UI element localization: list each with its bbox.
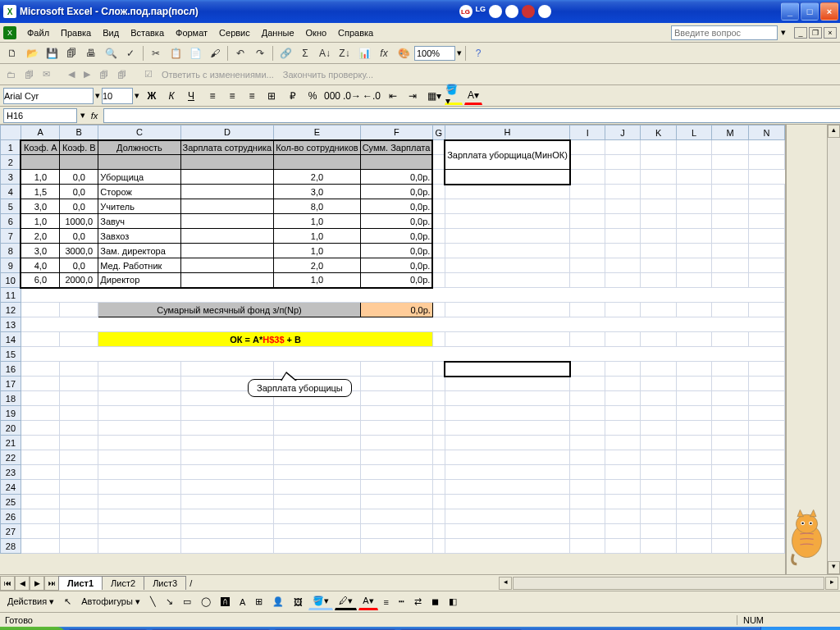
preview-button[interactable]: 🔍 bbox=[102, 44, 120, 62]
row-19[interactable]: 19 bbox=[1, 406, 21, 421]
menu-format[interactable]: Формат bbox=[170, 25, 213, 40]
row-24[interactable]: 24 bbox=[1, 480, 21, 495]
tab-nav-first[interactable]: ⏮ bbox=[0, 576, 15, 591]
wordart-button[interactable]: A bbox=[235, 595, 249, 609]
chart-button[interactable]: 📊 bbox=[355, 44, 373, 62]
col-E[interactable]: E bbox=[274, 126, 360, 140]
window-close-button[interactable]: × bbox=[820, 2, 838, 21]
row-15[interactable]: 15 bbox=[1, 347, 21, 362]
menu-help[interactable]: Справка bbox=[332, 25, 379, 40]
align-center-button[interactable]: ≡ bbox=[223, 87, 241, 105]
zoom-combo[interactable] bbox=[414, 46, 455, 61]
dec-indent-button[interactable]: ⇤ bbox=[384, 87, 402, 105]
dash-style-button[interactable]: ┅ bbox=[395, 594, 409, 609]
comment-callout[interactable]: Зарплата уборщицы bbox=[248, 379, 352, 397]
vscroll-track[interactable] bbox=[828, 138, 840, 561]
comma-button[interactable]: 000 bbox=[323, 87, 341, 105]
fill-color-draw[interactable]: 🪣▾ bbox=[308, 593, 333, 610]
row-13[interactable]: 13 bbox=[1, 317, 21, 332]
menu-tools[interactable]: Сервис bbox=[213, 25, 256, 40]
row-10[interactable]: 10 bbox=[1, 273, 21, 288]
ask-question-input[interactable] bbox=[671, 25, 778, 40]
textbox-button[interactable]: 🅰 bbox=[217, 595, 234, 609]
row-23[interactable]: 23 bbox=[1, 465, 21, 480]
doc-minimize-button[interactable]: _ bbox=[794, 27, 807, 39]
row-6[interactable]: 6 bbox=[1, 214, 21, 229]
spreadsheet-grid[interactable]: A B C D E F G H I J K L M N 1 Коэф. А Ко… bbox=[0, 125, 786, 574]
formula-input[interactable] bbox=[103, 108, 840, 123]
row-20[interactable]: 20 bbox=[1, 421, 21, 436]
diagram-button[interactable]: ⊞ bbox=[251, 594, 267, 609]
col-C[interactable]: C bbox=[98, 126, 180, 140]
vscroll-down[interactable]: ▾ bbox=[828, 561, 840, 574]
cell[interactable]: Кол-во сотрудников bbox=[274, 140, 360, 155]
row-28[interactable]: 28 bbox=[1, 539, 21, 554]
shadow-button[interactable]: ◼ bbox=[427, 594, 443, 609]
inc-decimal-button[interactable]: .0→ bbox=[343, 87, 361, 105]
merge-button[interactable]: ⊞ bbox=[262, 87, 281, 105]
row-14[interactable]: 14 bbox=[1, 332, 21, 347]
col-M[interactable]: M bbox=[712, 126, 749, 140]
row-8[interactable]: 8 bbox=[1, 244, 21, 258]
row-9[interactable]: 9 bbox=[1, 258, 21, 273]
draw-actions-menu[interactable]: Действия ▾ bbox=[3, 594, 58, 609]
format-painter-button[interactable]: 🖌 bbox=[206, 44, 224, 62]
save-button[interactable]: 💾 bbox=[43, 44, 61, 62]
percent-button[interactable]: % bbox=[304, 87, 322, 105]
tab-nav-last[interactable]: ⏭ bbox=[44, 576, 59, 591]
borders-button[interactable]: ▦▾ bbox=[425, 87, 443, 105]
col-B[interactable]: B bbox=[60, 126, 98, 140]
line-button[interactable]: ╲ bbox=[146, 594, 160, 609]
col-N[interactable]: N bbox=[748, 126, 784, 140]
rect-button[interactable]: ▭ bbox=[179, 594, 195, 609]
font-color-draw[interactable]: A▾ bbox=[358, 593, 377, 610]
dec-decimal-button[interactable]: ←.0 bbox=[363, 87, 381, 105]
row-22[interactable]: 22 bbox=[1, 450, 21, 465]
hscroll-right[interactable]: ▸ bbox=[825, 577, 838, 590]
align-right-button[interactable]: ≡ bbox=[243, 87, 261, 105]
autoshapes-menu[interactable]: Автофигуры ▾ bbox=[77, 594, 144, 609]
cell-H16-selected[interactable] bbox=[445, 362, 570, 377]
col-F[interactable]: F bbox=[360, 126, 432, 140]
sum-button[interactable]: Σ bbox=[296, 44, 314, 62]
fx-button[interactable]: fx bbox=[375, 44, 393, 62]
col-I[interactable]: I bbox=[570, 126, 605, 140]
undo-button[interactable]: ↶ bbox=[231, 44, 249, 62]
menu-window[interactable]: Окно bbox=[300, 25, 333, 40]
cell[interactable]: Зарплата уборщица(МинОК) bbox=[445, 140, 570, 170]
italic-button[interactable]: К bbox=[162, 87, 180, 105]
menu-view[interactable]: Вид bbox=[97, 25, 125, 40]
sheet-tab-1[interactable]: Лист1 bbox=[58, 576, 103, 590]
font-size-combo[interactable] bbox=[102, 88, 133, 104]
col-A[interactable]: A bbox=[21, 126, 59, 140]
row-21[interactable]: 21 bbox=[1, 436, 21, 450]
font-name-combo[interactable] bbox=[3, 88, 94, 104]
drawing-button[interactable]: 🎨 bbox=[395, 44, 413, 62]
cell-formula[interactable]: ОК = А*H$3$ + В bbox=[98, 332, 433, 347]
arrow-button[interactable]: ↘ bbox=[162, 594, 177, 609]
row-25[interactable]: 25 bbox=[1, 495, 21, 509]
menu-file[interactable]: Файл bbox=[21, 25, 55, 40]
cut-button[interactable]: ✂ bbox=[147, 44, 165, 62]
arrow-style-button[interactable]: ⇄ bbox=[410, 594, 426, 609]
window-maximize-button[interactable]: □ bbox=[801, 2, 819, 21]
permission-button[interactable]: 🗐 bbox=[62, 44, 80, 62]
document-icon[interactable]: X bbox=[3, 26, 16, 39]
sort-asc-button[interactable]: A↓ bbox=[316, 44, 334, 62]
line-color-draw[interactable]: 🖊▾ bbox=[335, 593, 357, 610]
row-12[interactable]: 12 bbox=[1, 303, 21, 317]
col-G[interactable]: G bbox=[432, 126, 445, 140]
vscroll-up[interactable]: ▴ bbox=[828, 125, 840, 138]
row-7[interactable]: 7 bbox=[1, 229, 21, 244]
new-button[interactable]: 🗋 bbox=[3, 44, 21, 62]
row-4[interactable]: 4 bbox=[1, 185, 21, 199]
row-3[interactable]: 3 bbox=[1, 170, 21, 185]
select-objects-button[interactable]: ↖ bbox=[60, 594, 75, 609]
col-H[interactable]: H bbox=[445, 126, 570, 140]
menu-data[interactable]: Данные bbox=[256, 25, 300, 40]
col-K[interactable]: K bbox=[641, 126, 677, 140]
row-27[interactable]: 27 bbox=[1, 524, 21, 539]
start-button[interactable]: пуск bbox=[0, 627, 66, 630]
col-J[interactable]: J bbox=[605, 126, 641, 140]
currency-button[interactable]: ₽ bbox=[284, 87, 302, 105]
